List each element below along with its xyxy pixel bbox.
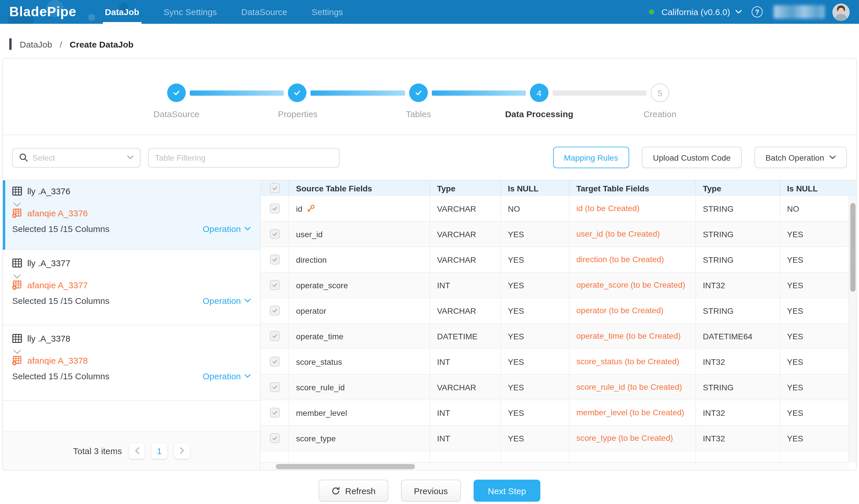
- step-circle-datasource: [167, 83, 186, 102]
- table-add-icon: [12, 356, 22, 365]
- source-table-name: lly .A_3377: [27, 258, 70, 268]
- breadcrumb-accent-bar: [9, 38, 12, 50]
- header-checkbox[interactable]: [270, 183, 280, 193]
- row-checkbox[interactable]: [270, 204, 280, 214]
- toolbar-buttons: Mapping Rules Upload Custom Code Batch O…: [553, 147, 847, 168]
- table-pair-item-1[interactable]: lly .A_3376 afanqie A_3376 Selected 15 /…: [3, 180, 260, 250]
- prev-page-button[interactable]: [129, 443, 145, 458]
- row-checkbox[interactable]: [270, 280, 280, 290]
- breadcrumb-datajob[interactable]: DataJob: [20, 39, 52, 49]
- operation-dropdown[interactable]: Operation: [202, 371, 251, 381]
- step-circle-data-processing: 4: [530, 83, 548, 102]
- header-target-type: Type: [696, 180, 780, 196]
- source-field-type: VARCHAR: [437, 255, 476, 264]
- nav-datajob[interactable]: DataJob: [93, 0, 151, 24]
- source-field-name: operate_time: [296, 331, 343, 341]
- target-field-name: user_id (to be Created): [576, 229, 660, 239]
- select-dropdown[interactable]: Select: [12, 147, 140, 167]
- topbar-right: California (v0.6.0) ?: [649, 3, 850, 20]
- top-nav-bar: BladePipe DataJob Sync Settings DataSour…: [0, 0, 859, 24]
- vertical-scrollbar-track: [848, 196, 856, 462]
- table-pair-item-2[interactable]: lly .A_3377 afanqie A_3377 Selected 15 /…: [3, 250, 260, 325]
- row-checkbox[interactable]: [270, 433, 280, 443]
- target-field-isnull: YES: [787, 434, 803, 443]
- list-spacer: [3, 401, 260, 431]
- nav-settings[interactable]: Settings: [300, 0, 355, 24]
- target-field-isnull: YES: [787, 306, 803, 315]
- target-field-isnull: NO: [787, 204, 799, 213]
- header-source-isnull: Is NULL: [501, 180, 569, 196]
- next-step-label: Next Step: [488, 486, 526, 495]
- target-field-isnull: YES: [787, 230, 803, 239]
- search-icon: [19, 153, 28, 162]
- target-field-type: INT32: [703, 408, 725, 417]
- table-row-partial: [261, 451, 856, 463]
- expand-chevron-icon[interactable]: [13, 346, 251, 353]
- source-field-isnull: YES: [508, 280, 524, 290]
- table-row: id VARCHAR NO id (to be Created) STRING …: [261, 196, 856, 222]
- vertical-scrollbar-thumb[interactable]: [850, 203, 856, 292]
- row-checkbox[interactable]: [270, 331, 280, 341]
- avatar-image: [832, 3, 850, 20]
- target-field-name: member_level (to be Created): [576, 407, 684, 418]
- step-circle-tables: [409, 83, 427, 102]
- header-target-fields: Target Table Fields: [569, 180, 696, 196]
- mapping-content: lly .A_3376 afanqie A_3376 Selected 15 /…: [3, 180, 856, 470]
- source-field-name: score_status: [296, 357, 342, 366]
- horizontal-scrollbar-thumb[interactable]: [276, 464, 415, 469]
- source-field-isnull: YES: [508, 382, 524, 392]
- help-icon[interactable]: ?: [752, 6, 763, 17]
- operation-dropdown[interactable]: Operation: [202, 224, 251, 234]
- target-field-name: id (to be Created): [576, 203, 639, 214]
- check-icon: [271, 384, 278, 390]
- avatar[interactable]: [832, 3, 850, 20]
- source-field-name: score_rule_id: [296, 382, 345, 392]
- row-checkbox[interactable]: [270, 408, 280, 418]
- mapping-rules-button[interactable]: Mapping Rules: [553, 147, 629, 168]
- row-checkbox[interactable]: [270, 306, 280, 315]
- chevron-left-icon: [134, 447, 139, 454]
- previous-button[interactable]: Previous: [401, 479, 461, 502]
- expand-chevron-icon[interactable]: [13, 199, 251, 206]
- source-field-type: DATETIME: [437, 331, 478, 341]
- row-checkbox[interactable]: [270, 255, 280, 265]
- nav-datasource[interactable]: DataSource: [229, 0, 299, 24]
- help-glyph: ?: [755, 8, 759, 16]
- table-row: member_level INT YES member_level (to be…: [261, 400, 856, 426]
- environment-selector[interactable]: California (v0.6.0): [661, 7, 742, 17]
- check-icon: [271, 435, 278, 441]
- next-page-button[interactable]: [174, 443, 190, 458]
- batch-operation-label: Batch Operation: [766, 153, 824, 162]
- target-field-isnull: YES: [787, 357, 803, 366]
- table-icon: [12, 333, 22, 343]
- step-label-data-processing: Data Processing: [505, 109, 573, 119]
- page-title: Create DataJob: [70, 39, 134, 49]
- target-field-type: STRING: [703, 255, 734, 264]
- table-add-icon: [12, 208, 22, 218]
- upload-custom-code-button[interactable]: Upload Custom Code: [642, 147, 742, 168]
- target-field-isnull: YES: [787, 331, 803, 341]
- target-field-name: score_rule_id (to be Created): [576, 382, 682, 393]
- step-number: 5: [658, 88, 663, 98]
- next-step-button[interactable]: Next Step: [473, 479, 541, 502]
- table-filtering-input[interactable]: [148, 147, 340, 167]
- row-checkbox[interactable]: [270, 382, 280, 392]
- row-checkbox[interactable]: [270, 229, 280, 239]
- expand-chevron-icon[interactable]: [13, 271, 251, 278]
- row-checkbox[interactable]: [270, 357, 280, 366]
- table-pair-item-3[interactable]: lly .A_3378 afanqie A_3378 Selected 15 /…: [3, 325, 260, 401]
- nav-sync-settings[interactable]: Sync Settings: [151, 0, 229, 24]
- selected-columns-text: Selected 15 /15 Columns: [12, 224, 109, 234]
- operation-dropdown[interactable]: Operation: [202, 296, 251, 306]
- mapping-rules-label: Mapping Rules: [564, 153, 618, 162]
- page-button-1[interactable]: 1: [151, 443, 167, 458]
- step-connector: [190, 90, 284, 95]
- selected-columns-text: Selected 15 /15 Columns: [12, 371, 109, 381]
- batch-operation-button[interactable]: Batch Operation: [755, 147, 847, 168]
- refresh-button[interactable]: Refresh: [318, 479, 388, 502]
- step-label-tables: Tables: [406, 109, 431, 119]
- source-field-type: INT: [437, 357, 450, 366]
- bladepipe-logo[interactable]: BladePipe: [9, 4, 76, 20]
- check-icon: [271, 282, 278, 288]
- table-add-icon: [12, 280, 22, 290]
